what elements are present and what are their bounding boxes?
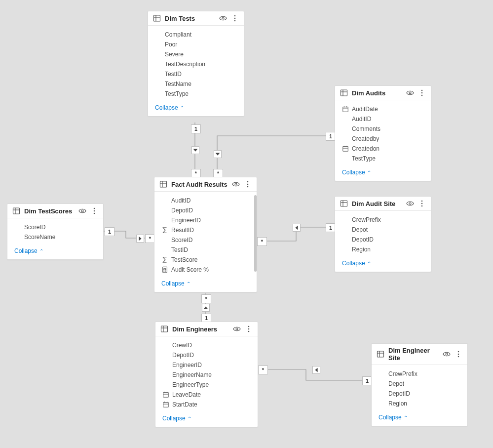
table-more-icon[interactable] <box>245 325 253 333</box>
svg-point-16 <box>409 92 411 94</box>
field-row[interactable]: •TestType <box>342 154 424 163</box>
visibility-toggle-icon[interactable] <box>232 180 240 188</box>
collapse-link[interactable]: Collapse ⌃ <box>155 104 184 111</box>
visibility-toggle-icon[interactable] <box>406 89 414 97</box>
filter-arrow-down-icon <box>191 146 199 154</box>
svg-point-19 <box>421 95 423 96</box>
svg-marker-1 <box>216 153 220 155</box>
field-row[interactable]: •Region <box>379 399 460 408</box>
field-row[interactable]: •TestType <box>155 89 237 99</box>
svg-point-73 <box>446 353 448 355</box>
field-row[interactable]: •AuditID <box>161 196 250 205</box>
table-header[interactable]: Dim Audit Site <box>335 197 431 211</box>
field-list: •CrewPrefix •Depot •DepotID •Region <box>372 365 467 410</box>
field-row[interactable]: •Region <box>342 244 424 254</box>
field-row[interactable]: •Depot <box>342 225 424 235</box>
collapse-link[interactable]: Collapse⌃ <box>162 415 191 422</box>
field-row[interactable]: Createdon <box>342 144 424 154</box>
collapse-link[interactable]: Collapse⌃ <box>342 260 371 267</box>
field-row[interactable]: •EngineerType <box>162 380 251 390</box>
svg-rect-13 <box>341 90 347 96</box>
table-title: Dim Audit Site <box>352 200 406 207</box>
field-row[interactable]: •CrewPrefix <box>342 215 424 225</box>
field-row[interactable]: •ScoreID <box>161 235 250 245</box>
svg-point-46 <box>164 271 164 271</box>
table-header[interactable]: Fact Audit Results <box>154 177 257 192</box>
table-header[interactable]: Dim Tests <box>148 11 244 26</box>
field-row[interactable]: •EngineerID <box>162 360 251 370</box>
table-more-icon[interactable] <box>90 207 98 215</box>
collapse-link[interactable]: Collapse⌃ <box>379 414 408 421</box>
table-header[interactable]: Dim Engineer Site <box>372 344 467 365</box>
table-dim-engineers[interactable]: Dim Engineers •CrewID •DepotID •Engineer… <box>155 322 258 427</box>
table-dim-audits[interactable]: Dim Audits AuditDate •AuditID •Comments … <box>335 85 431 181</box>
field-row[interactable]: •Comments <box>342 124 424 134</box>
field-row[interactable]: •Createdby <box>342 134 424 144</box>
field-row[interactable]: •AuditID <box>342 114 424 124</box>
field-row[interactable]: •DepotID <box>379 389 460 399</box>
field-row[interactable]: TestScore <box>161 255 250 265</box>
table-header[interactable]: Dim Engineers <box>155 322 258 336</box>
visibility-toggle-icon[interactable] <box>233 325 241 333</box>
field-row[interactable]: •TestName <box>155 79 237 89</box>
svg-rect-24 <box>343 147 348 152</box>
table-dim-engineer-site[interactable]: Dim Engineer Site •CrewPrefix •Depot •De… <box>371 343 468 426</box>
svg-point-38 <box>235 183 237 185</box>
visibility-toggle-icon[interactable] <box>443 350 451 358</box>
table-dim-tests[interactable]: Dim Tests •Compliant •Poor •Severe •Test… <box>148 11 244 117</box>
field-row[interactable]: •Depot <box>379 379 460 389</box>
table-dim-testscores[interactable]: Dim TestScores •ScoreID •ScoreName Colla… <box>7 204 104 260</box>
field-row[interactable]: StartDate <box>162 400 251 409</box>
table-header[interactable]: Dim TestScores <box>7 204 103 218</box>
table-more-icon[interactable] <box>418 200 426 207</box>
cardinality-many: * <box>201 294 211 303</box>
table-fact-audit-results[interactable]: Fact Audit Results •AuditID •DepotID •En… <box>154 177 257 292</box>
sigma-icon <box>161 227 168 234</box>
field-row[interactable]: •TestDescription <box>155 59 237 69</box>
field-row[interactable]: •DepotID <box>162 350 251 360</box>
table-more-icon[interactable] <box>455 350 462 358</box>
field-row[interactable]: •TestID <box>155 69 237 79</box>
field-list: AuditDate •AuditID •Comments •Createdby … <box>335 100 431 165</box>
field-row[interactable]: •CrewPrefix <box>379 369 460 379</box>
field-row[interactable]: •CrewID <box>162 340 251 350</box>
field-row[interactable]: •DepotID <box>161 205 250 215</box>
cardinality-one: 1 <box>362 376 372 385</box>
collapse-link[interactable]: Collapse⌃ <box>342 169 371 176</box>
field-row[interactable]: AuditDate <box>342 104 424 114</box>
model-canvas[interactable]: 1 * 1 * 1 * 1 * 1 * 1 * Dim Tests <box>0 0 493 448</box>
field-row[interactable]: LeaveDate <box>162 390 251 400</box>
field-row[interactable]: Audit Score % <box>161 265 250 275</box>
table-header[interactable]: Dim Audits <box>335 86 431 100</box>
field-row[interactable]: •ScoreName <box>14 232 96 242</box>
field-row[interactable]: •EngineerID <box>161 215 250 225</box>
table-icon <box>160 325 168 333</box>
svg-point-10 <box>234 15 236 17</box>
field-row[interactable]: •Poor <box>155 40 237 49</box>
svg-point-52 <box>421 201 423 202</box>
table-more-icon[interactable] <box>418 89 426 97</box>
visibility-toggle-icon[interactable] <box>406 200 414 207</box>
table-more-icon[interactable] <box>244 180 252 188</box>
scrollbar[interactable] <box>254 195 257 272</box>
table-title: Dim TestScores <box>24 207 78 215</box>
table-dim-audit-site[interactable]: Dim Audit Site •CrewPrefix •Depot •Depot… <box>335 196 431 272</box>
collapse-link[interactable]: Collapse⌃ <box>14 247 43 254</box>
field-row[interactable]: •ScoreID <box>14 222 96 232</box>
table-title: Dim Engineer Site <box>388 347 443 362</box>
field-row[interactable]: •TestID <box>161 245 250 255</box>
field-row[interactable]: •DepotID <box>342 235 424 244</box>
filter-arrow-down-icon <box>214 150 222 158</box>
sigma-icon <box>161 256 168 263</box>
field-list: •CrewPrefix •Depot •DepotID •Region <box>335 211 431 256</box>
table-more-icon[interactable] <box>231 14 239 22</box>
field-row[interactable]: •EngineerName <box>162 370 251 380</box>
visibility-toggle-icon[interactable] <box>78 207 86 215</box>
svg-point-44 <box>164 269 164 270</box>
field-row[interactable]: •Compliant <box>155 30 237 40</box>
field-row[interactable]: ResultID <box>161 225 250 235</box>
visibility-toggle-icon[interactable] <box>219 14 227 22</box>
field-row[interactable]: •Severe <box>155 49 237 59</box>
collapse-link[interactable]: Collapse⌃ <box>161 280 190 287</box>
table-icon <box>12 207 20 215</box>
